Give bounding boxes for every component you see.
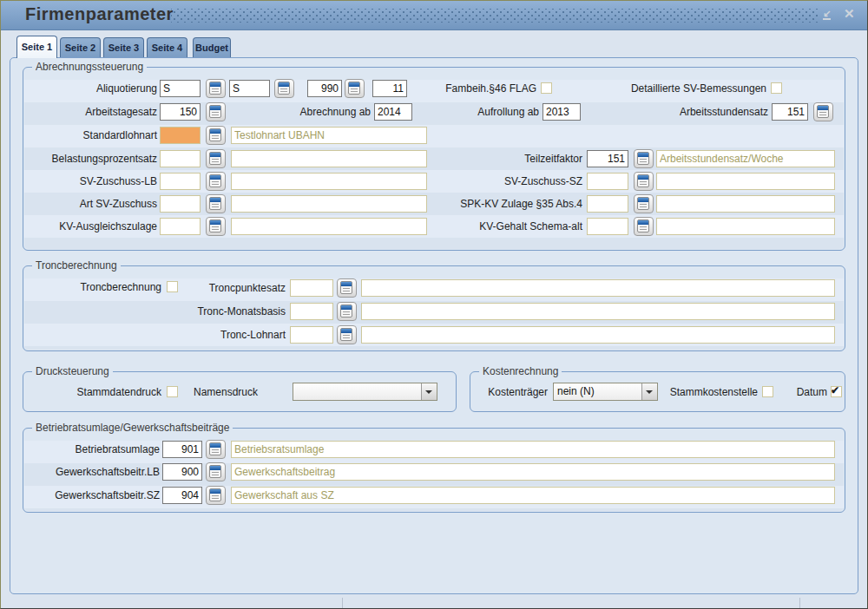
betriebratsumlage-text-input[interactable]: [231, 441, 835, 458]
sv-zuschuss-sz-code-input[interactable]: [587, 173, 628, 190]
kv-ausgleichszulage-lov-button[interactable]: [206, 217, 226, 236]
gewerkschaftsbeitr-lb-lov-button[interactable]: [206, 462, 226, 481]
stammkostenstelle-label: Stammkostenstelle: [659, 383, 758, 401]
abrechnung-ab-label: Abrechnung ab: [261, 103, 371, 121]
gewerkschaftsbeitr-sz-code-input[interactable]: [162, 487, 202, 504]
standardlohnart-code-input[interactable]: [160, 127, 201, 144]
notepad-lov-icon: [209, 488, 221, 501]
art-sv-zuschuss-lov-button[interactable]: [206, 194, 226, 213]
spk-kv-zulage-code-input[interactable]: [587, 195, 628, 213]
close-window-icon[interactable]: ✕: [844, 7, 855, 21]
datum-label: Datum: [785, 383, 827, 401]
aliquotierung-input-1[interactable]: [160, 80, 201, 97]
belastungsprozentsatz-code-input[interactable]: [160, 150, 201, 167]
sv-zuschuss-lb-code-input[interactable]: [160, 173, 201, 190]
tab-budget[interactable]: Budget: [193, 37, 231, 57]
gewerkschaftsbeitr-sz-lov-button[interactable]: [206, 486, 226, 505]
kv-ausgleichszulage-text-input[interactable]: [231, 218, 427, 235]
betriebratsumlage-label: Betriebratsumlage: [27, 441, 160, 458]
arbeitsstundensatz-lov-button[interactable]: [813, 102, 833, 121]
sv-zuschuss-lb-lov-button[interactable]: [206, 172, 226, 191]
art-sv-zuschuss-text-input[interactable]: [231, 195, 427, 213]
gewerkschaftsbeitr-lb-text-input[interactable]: [231, 463, 835, 481]
notepad-lov-icon: [340, 328, 352, 341]
detaillierte-sv-label: Detaillierte SV-Bemessungen: [600, 80, 766, 97]
notepad-lov-icon: [209, 82, 221, 95]
aufrollung-ab-label: Aufrollung ab: [435, 103, 539, 121]
arbeitstagesatz-lov-button[interactable]: [206, 102, 226, 121]
troncpunktesatz-text-input[interactable]: [361, 279, 835, 297]
belastungsprozentsatz-lov-button[interactable]: [206, 149, 226, 168]
arbeitsstundensatz-input[interactable]: [772, 103, 808, 121]
aliquotierung-lov-button-1[interactable]: [206, 79, 226, 98]
arbeitstagesatz-input[interactable]: [160, 103, 201, 121]
dropdown-arrow-button[interactable]: [421, 383, 437, 400]
troncpunktesatz-lov-button[interactable]: [337, 278, 357, 298]
kv-gehalt-schema-lov-button[interactable]: [634, 217, 654, 236]
notepad-lov-icon: [340, 304, 352, 318]
teilzeitfaktor-lov-button[interactable]: [634, 149, 654, 168]
notepad-lov-icon: [637, 174, 649, 187]
namensdruck-label: Namensdruck: [183, 383, 258, 401]
kv-ausgleichszulage-code-input[interactable]: [160, 218, 201, 235]
tronc-monatsbasis-text-input[interactable]: [361, 303, 835, 320]
spk-kv-zulage-lov-button[interactable]: [634, 194, 654, 213]
tronc-lohnart-code-input[interactable]: [290, 326, 333, 344]
arbeitsstundensatz-label: Arbeitsstundensatz: [643, 103, 768, 121]
fambeih-flag-checkbox[interactable]: [541, 82, 552, 94]
belastungsprozentsatz-label: Belastungsprozentsatz: [27, 150, 157, 167]
tronc-lohnart-text-input[interactable]: [361, 326, 835, 344]
notepad-lov-icon: [278, 82, 290, 95]
aliquotierung-lov-button-3[interactable]: [345, 79, 365, 98]
datum-checkbox[interactable]: [831, 386, 842, 397]
tab-seite-3[interactable]: Seite 3: [103, 37, 144, 57]
art-sv-zuschuss-code-input[interactable]: [160, 195, 201, 213]
dropdown-arrow-button[interactable]: [641, 383, 657, 400]
tronc-monatsbasis-code-input[interactable]: [290, 303, 333, 320]
stammdatendruck-checkbox[interactable]: [167, 386, 178, 397]
troncpunktesatz-label: Troncpunktesatz: [161, 279, 286, 297]
restore-window-icon[interactable]: ↙: [823, 9, 831, 20]
abrechnung-ab-input[interactable]: [374, 103, 412, 121]
teilzeitfaktor-text-input[interactable]: [656, 150, 835, 167]
kostentraeger-dropdown[interactable]: nein (N): [553, 383, 658, 401]
namensdruck-dropdown[interactable]: [293, 383, 437, 401]
section-legend: Kostenrechnung: [479, 365, 562, 377]
belastungsprozentsatz-text-input[interactable]: [231, 150, 427, 167]
gewerkschaftsbeitr-sz-text-input[interactable]: [231, 487, 835, 504]
tronc-lohnart-lov-button[interactable]: [337, 325, 357, 344]
kv-gehalt-schema-label: KV-Gehalt Schema-alt: [444, 218, 582, 235]
tab-seite-1[interactable]: Seite 1: [16, 36, 57, 58]
section-legend: Abrechnungssteuerung: [32, 61, 147, 73]
aliquotierung-input-3[interactable]: [307, 80, 342, 97]
notepad-lov-icon: [637, 152, 649, 165]
betriebratsumlage-code-input[interactable]: [162, 441, 202, 458]
aufrollung-ab-input[interactable]: [542, 103, 581, 121]
stammkostenstelle-checkbox[interactable]: [762, 386, 773, 397]
aliquotierung-input-2[interactable]: [229, 80, 270, 97]
arbeitstagesatz-label: Arbeitstagesatz: [27, 103, 157, 121]
kv-gehalt-schema-code-input[interactable]: [587, 218, 628, 235]
tronc-monatsbasis-lov-button[interactable]: [337, 302, 357, 321]
aliquotierung-input-4[interactable]: [372, 80, 407, 97]
sv-zuschuss-sz-lov-button[interactable]: [634, 172, 654, 191]
kv-gehalt-schema-text-input[interactable]: [656, 218, 835, 235]
sv-zuschuss-lb-text-input[interactable]: [231, 173, 427, 190]
aliquotierung-label: Aliquotierung: [27, 80, 157, 97]
tronc-monatsbasis-label: Tronc-Monatsbasis: [161, 303, 286, 320]
betriebratsumlage-lov-button[interactable]: [206, 440, 226, 459]
titlebar-texture: [171, 9, 819, 23]
standardlohnart-text-input[interactable]: [231, 127, 427, 144]
troncpunktesatz-code-input[interactable]: [290, 279, 333, 297]
spk-kv-zulage-text-input[interactable]: [656, 195, 835, 213]
tab-seite-2[interactable]: Seite 2: [60, 37, 101, 57]
notepad-lov-icon: [209, 105, 221, 118]
aliquotierung-lov-button-2[interactable]: [274, 79, 294, 98]
gewerkschaftsbeitr-lb-code-input[interactable]: [162, 463, 202, 481]
teilzeitfaktor-code-input[interactable]: [587, 150, 628, 167]
tab-seite-4[interactable]: Seite 4: [147, 37, 187, 57]
detaillierte-sv-checkbox[interactable]: [771, 82, 782, 94]
sv-zuschuss-sz-label: SV-Zuschuss-SZ: [452, 173, 582, 190]
sv-zuschuss-sz-text-input[interactable]: [656, 173, 835, 190]
standardlohnart-lov-button[interactable]: [206, 126, 226, 145]
